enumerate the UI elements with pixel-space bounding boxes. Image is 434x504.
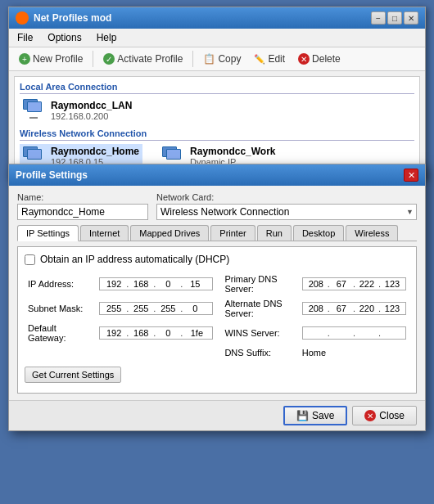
default-gateway-label: Default Gateway: (25, 321, 96, 345)
form-group-network-card: Network Card: Wireless Network Connectio… (156, 192, 417, 220)
settings-tabs: IP Settings Internet Mapped Drives Print… (17, 225, 417, 241)
default-gateway-row: Default Gateway: . . . WINS Server: (25, 321, 409, 345)
copy-icon: 📋 (203, 53, 215, 65)
dns-suffix-empty2 (96, 345, 216, 360)
alternate-dns-field-cell: . . . (299, 296, 409, 321)
toolbar-separator-2 (192, 51, 193, 67)
subnet-octet-1[interactable] (102, 304, 125, 313)
wins-4[interactable] (382, 328, 403, 338)
dialog-body: Name: Network Card: Wireless Network Con… (9, 186, 425, 400)
subnet-octet-4[interactable] (183, 304, 206, 313)
gw-octet-3[interactable] (156, 328, 179, 338)
gw-octet-4[interactable] (183, 328, 210, 338)
primary-dns-field[interactable]: . . . (302, 277, 406, 290)
subnet-mask-row: Subnet Mask: . . . Alternate DNS Server: (25, 296, 409, 321)
wins-server-field[interactable]: . . . (302, 326, 406, 340)
dialog-close-button[interactable]: ✕ (404, 169, 418, 182)
new-profile-button[interactable]: + New Profile (14, 52, 88, 66)
subnet-octet-2[interactable] (129, 304, 152, 313)
menu-file[interactable]: File (14, 30, 36, 45)
edit-button[interactable]: ✏️ Edit (249, 52, 290, 66)
ip-octet-3[interactable] (156, 279, 179, 289)
get-settings-button[interactable]: Get Current Settings (25, 367, 121, 383)
primary-dns-3[interactable] (356, 279, 377, 289)
wins-2[interactable] (331, 328, 352, 338)
subnet-mask-field[interactable]: . . . (99, 302, 213, 315)
form-row-name-card: Name: Network Card: Wireless Network Con… (17, 192, 417, 220)
network-card-label: Network Card: (156, 192, 417, 202)
dns-suffix-empty (25, 345, 96, 360)
dialog-title-bar: Profile Settings ✕ (9, 164, 425, 186)
toolbar-separator-1 (93, 51, 93, 67)
menu-options[interactable]: Options (44, 30, 84, 45)
toolbar: + New Profile ✓ Activate Profile 📋 Copy … (9, 47, 425, 71)
maximize-button[interactable]: □ (387, 11, 402, 25)
ip-settings-content: Obtain an IP address automatically (DHCP… (17, 246, 417, 394)
profile-settings-dialog: Profile Settings ✕ Name: Network Card: W… (8, 164, 426, 431)
tab-internet[interactable]: Internet (80, 225, 129, 241)
local-area-label: Local Area Connection (20, 82, 414, 94)
close-icon: ✕ (364, 410, 376, 421)
subnet-mask-label: Subnet Mask: (25, 296, 96, 321)
tab-ip-settings[interactable]: IP Settings (17, 225, 79, 241)
form-group-name: Name: (17, 192, 148, 220)
dialog-close-footer-button[interactable]: ✕ Close (352, 406, 417, 425)
dialog-title-text: Profile Settings (16, 169, 88, 181)
activate-profile-button[interactable]: ✓ Activate Profile (98, 52, 188, 66)
ip-address-row: IP Address: . . . Primary DNS Server: (25, 272, 409, 296)
name-field[interactable] (17, 204, 148, 220)
menu-bar: File Options Help (9, 29, 425, 47)
dns-suffix-label: DNS Suffix: (216, 345, 298, 360)
primary-dns-1[interactable] (305, 279, 327, 289)
tab-run[interactable]: Run (257, 225, 292, 241)
lan-profile-info: Raymondcc_LAN 192.168.0.200 (51, 100, 132, 121)
activate-icon: ✓ (103, 53, 115, 65)
save-icon: 💾 (296, 410, 309, 421)
subnet-mask-field-cell: . . . (96, 296, 216, 321)
copy-button[interactable]: 📋 Copy (198, 52, 246, 66)
tab-wireless[interactable]: Wireless (346, 225, 398, 241)
wins-3[interactable] (356, 328, 377, 338)
alt-dns-4[interactable] (382, 304, 403, 313)
alt-dns-1[interactable] (305, 304, 327, 313)
minimize-button[interactable]: − (371, 11, 386, 25)
alternate-dns-field[interactable]: . . . (302, 302, 406, 315)
primary-dns-4[interactable] (382, 279, 403, 289)
ip-octet-4[interactable] (183, 279, 206, 289)
tab-desktop[interactable]: Desktop (293, 225, 344, 241)
dhcp-checkbox[interactable] (25, 254, 35, 265)
dns-suffix-row: DNS Suffix: Home (25, 345, 409, 360)
main-title-bar: Net Profiles mod − □ ✕ (9, 7, 425, 29)
delete-icon: ✕ (298, 53, 310, 65)
save-button[interactable]: 💾 Save (283, 406, 347, 425)
tab-mapped-drives[interactable]: Mapped Drives (130, 225, 209, 241)
title-bar-left: Net Profiles mod (16, 11, 111, 25)
primary-dns-2[interactable] (331, 279, 352, 289)
dns-suffix-value: Home (299, 345, 409, 360)
menu-help[interactable]: Help (93, 30, 120, 45)
ip-octet-2[interactable] (129, 279, 152, 289)
wireless-area-label: Wireless Network Connection (20, 128, 414, 141)
ip-settings-table: IP Address: . . . Primary DNS Server: (25, 272, 409, 360)
profile-entry-lan[interactable]: Raymondcc_LAN 192.168.0.200 (20, 97, 414, 124)
gw-octet-1[interactable] (102, 328, 125, 338)
main-window: Net Profiles mod − □ ✕ File Options Help… (8, 7, 426, 180)
network-card-wrapper: Wireless Network Connection Local Area C… (156, 204, 417, 220)
alt-dns-3[interactable] (356, 304, 377, 313)
profile-list: Local Area Connection Raymondcc_LAN 192.… (14, 76, 420, 174)
gw-octet-2[interactable] (129, 328, 152, 338)
primary-dns-field-cell: . . . (299, 272, 409, 296)
ip-address-field[interactable]: . . . (99, 277, 213, 290)
network-card-select[interactable]: Wireless Network Connection Local Area C… (156, 204, 417, 220)
alt-dns-2[interactable] (331, 304, 352, 313)
new-profile-icon: + (19, 53, 30, 65)
default-gateway-field[interactable]: . . . (99, 326, 213, 340)
wins-1[interactable] (305, 328, 327, 338)
alternate-dns-label: Alternate DNS Server: (216, 296, 298, 321)
ip-octet-1[interactable] (102, 279, 125, 289)
delete-button[interactable]: ✕ Delete (293, 52, 346, 66)
tab-printer[interactable]: Printer (210, 225, 255, 241)
ip-address-label: IP Address: (25, 272, 96, 296)
close-main-button[interactable]: ✕ (404, 11, 418, 25)
subnet-octet-3[interactable] (156, 304, 179, 313)
